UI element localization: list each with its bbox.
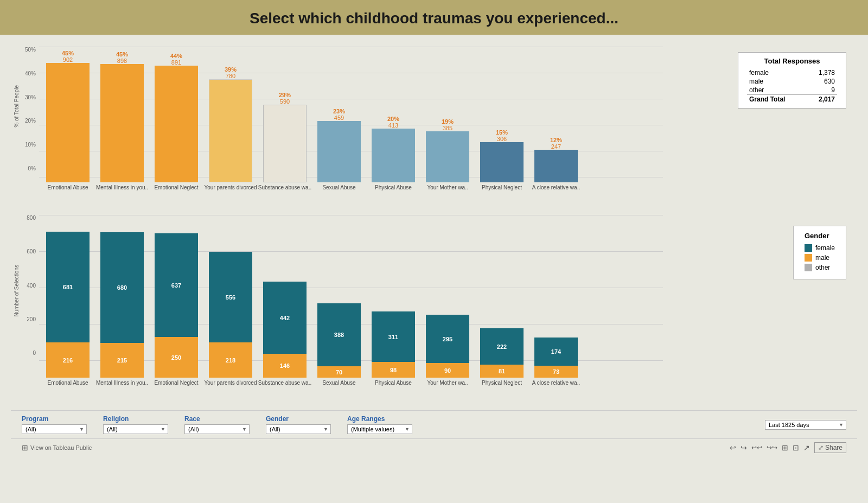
bar-emotional-abuse-top: 45% 902 Emotional Abuse [41, 50, 95, 190]
filter-gender-wrap[interactable]: (All) [266, 424, 331, 434]
redo-icon[interactable]: ↪ [741, 443, 747, 452]
bar-count-0: 902 [63, 56, 73, 63]
filter-program-wrap[interactable]: (All) [22, 424, 87, 434]
bar-fill-7 [426, 131, 469, 182]
bar-pct-5: 23% [333, 108, 345, 114]
bar-pct-0: 45% [62, 50, 74, 56]
bar-pct-1: 45% [116, 51, 128, 58]
bar-fill-9 [534, 150, 578, 182]
bar-stack-5: 70 388 [317, 303, 361, 378]
bar-blabel-2: Emotional Neglect [154, 380, 198, 386]
bar-male-7: 90 [426, 363, 469, 378]
bar-substance-abuse-top: 29% 590 Substance abuse wa.. [258, 92, 312, 190]
tableau-icon: ⊞ [22, 443, 28, 452]
filter-religion-wrap[interactable]: (All) [103, 424, 168, 434]
filter-age-select[interactable]: (Multiple values) [347, 424, 412, 434]
date-filter-select[interactable]: Last 1825 days [765, 420, 846, 430]
bar-pct-3: 39% [225, 66, 237, 73]
bar-blabel-5: Sexual Abuse [322, 380, 355, 386]
filter-gender: Gender (All) [266, 415, 331, 434]
main-content: 50% 40% 30% 20% 10% 0% % of Total People… [0, 35, 868, 456]
tableau-link-text[interactable]: View on Tableau Public [30, 444, 92, 451]
box-icon[interactable]: ⊡ [793, 443, 799, 452]
header: Select which childhood traumas you exper… [0, 0, 868, 35]
bar-pct-4: 29% [279, 92, 291, 98]
share-button[interactable]: ⤢ Share [814, 442, 846, 453]
bar-fill-5 [317, 121, 361, 182]
grid-icon[interactable]: ⊞ [782, 443, 788, 452]
date-select-wrap[interactable]: Last 1825 days [765, 419, 846, 430]
bar-physical-neglect-bottom: 81 222 Physical Neglect [475, 328, 529, 386]
total-responses-box: Total Responses female 1,378 male 630 ot… [738, 52, 846, 109]
bar-emotional-neglect-top: 44% 891 Emotional Neglect [149, 53, 203, 190]
bar-female-9: 174 [534, 338, 578, 366]
legend-swatch-female [805, 244, 812, 252]
bar-xlabel-7: Your Mother wa.. [420, 184, 475, 190]
bar-male-6: 98 [372, 362, 415, 378]
bar-count-7: 385 [443, 125, 452, 131]
bar-male-4: 146 [263, 354, 307, 378]
bar-count-6: 413 [388, 122, 398, 129]
bar-mother-bottom: 90 295 Your Mother wa.. [420, 315, 475, 386]
gender-legend-title: Gender [805, 232, 835, 240]
bar-male-9: 73 [534, 366, 578, 378]
bar-stack-7: 90 295 [426, 315, 469, 378]
bottom-toolbar: ⊞ View on Tableau Public ↩ ↪ ↩↩ ↪↪ ⊞ ⊡ ↗… [11, 438, 857, 456]
total-responses-table: female 1,378 male 630 other 9 Grand Tota… [747, 68, 837, 104]
undo-icon[interactable]: ↩ [730, 443, 736, 452]
bar-parents-divorced-bottom: 218 556 Your parents divorced [203, 252, 258, 386]
bar-xlabel-8: Physical Neglect [482, 184, 522, 190]
bar-xlabel-2: Emotional Neglect [154, 184, 198, 190]
filter-race-select[interactable]: (All) [184, 424, 250, 434]
filter-race: Race (All) [184, 415, 250, 434]
legend-swatch-male [805, 254, 812, 262]
bar-xlabel-6: Physical Abuse [375, 184, 412, 190]
tableau-link[interactable]: ⊞ View on Tableau Public [22, 443, 92, 452]
filter-race-wrap[interactable]: (All) [184, 424, 250, 434]
date-filter: Last 1825 days [765, 419, 846, 430]
bar-female-3: 556 [209, 252, 252, 342]
bottom-y-axis-label: Number of Selections [14, 265, 20, 317]
bar-male-0: 216 [46, 342, 90, 378]
bar-mother-top: 19% 385 Your Mother wa.. [420, 118, 475, 190]
page-title: Select which childhood traumas you exper… [0, 10, 868, 27]
bar-stack-8: 81 222 [480, 328, 524, 378]
bar-blabel-0: Emotional Abuse [47, 380, 88, 386]
bar-fill-4 [263, 105, 307, 182]
bar-count-3: 780 [226, 73, 235, 79]
undo2-icon[interactable]: ↩↩ [751, 444, 762, 451]
toolbar-icons: ↩ ↪ ↩↩ ↪↪ ⊞ ⊡ ↗ ⤢ Share [730, 442, 846, 453]
bar-physical-neglect-top: 15% 306 Physical Neglect [475, 129, 529, 190]
redo2-icon[interactable]: ↪↪ [767, 444, 777, 451]
bar-stack-4: 146 442 [263, 282, 307, 378]
bar-emotional-abuse-bottom: 216 681 Emotional Abuse [41, 232, 95, 386]
bar-stack-9: 73 174 [534, 338, 578, 378]
bar-pct-8: 15% [496, 129, 508, 136]
bottom-bars-container: 216 681 Emotional Abuse 215 680 [41, 232, 583, 386]
filter-religion-select[interactable]: (All) [103, 424, 168, 434]
total-responses-row-male: male 630 [747, 77, 837, 86]
bar-sexual-abuse-bottom: 70 388 Sexual Abuse [312, 303, 366, 386]
bar-stack-3: 218 556 [209, 252, 252, 378]
filter-gender-select[interactable]: (All) [266, 424, 331, 434]
bar-blabel-6: Physical Abuse [375, 380, 412, 386]
bar-count-5: 459 [334, 114, 344, 121]
bar-female-2: 637 [155, 233, 198, 337]
bar-pct-7: 19% [442, 118, 454, 125]
total-responses-row-grand: Grand Total 2,017 [747, 95, 837, 104]
expand-icon[interactable]: ↗ [803, 443, 810, 452]
filter-race-label: Race [184, 415, 200, 423]
gender-legend: Gender female male other [793, 226, 846, 279]
bar-female-5: 388 [317, 303, 361, 366]
filter-program: Program (All) [22, 415, 87, 434]
bar-female-1: 680 [100, 232, 144, 343]
bar-count-4: 590 [280, 98, 290, 105]
bar-count-2: 891 [171, 59, 181, 66]
bar-fill-2 [155, 66, 198, 182]
filter-age-label: Age Ranges [347, 415, 385, 423]
bottom-chart-section: 800 600 400 200 0 Number of Selections 2… [11, 209, 857, 410]
filter-program-select[interactable]: (All) [22, 424, 87, 434]
bar-pct-2: 44% [170, 53, 182, 59]
filter-age-wrap[interactable]: (Multiple values) [347, 424, 412, 434]
bar-count-9: 247 [551, 143, 561, 150]
